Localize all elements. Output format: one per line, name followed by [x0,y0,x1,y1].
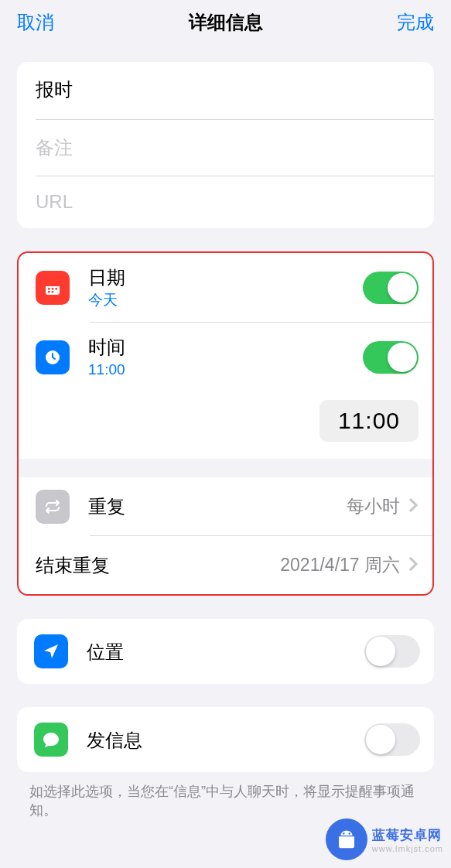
time-sub[interactable]: 11:00 [88,361,363,380]
messaging-label: 发信息 [87,728,364,752]
time-picker-row: 11:00 [19,392,432,459]
location-icon [34,634,68,668]
done-button[interactable]: 完成 [397,10,434,35]
chevron-right-icon [408,497,419,517]
time-toggle[interactable] [363,341,419,374]
repeat-row[interactable]: 重复 每小时 [19,477,432,536]
messaging-row: 发信息 [17,707,434,772]
svg-rect-6 [52,291,54,293]
location-row: 位置 [17,619,434,684]
url-field-row: URL [17,176,434,228]
svg-point-9 [348,832,350,835]
svg-rect-3 [52,288,54,290]
title-field-row: 报时 [17,62,434,119]
time-picker[interactable]: 11:00 [319,400,419,442]
svg-rect-2 [48,288,50,290]
cancel-button[interactable]: 取消 [17,10,54,35]
schedule-section: 日期 今天 时间 11:00 11:00 重复 每小时 结束重复 [17,251,434,596]
svg-rect-4 [56,288,58,290]
end-repeat-row[interactable]: 结束重复 2021/4/17 周六 [19,536,432,594]
watermark-name: 蓝莓安卓网 [372,826,443,844]
end-repeat-value: 2021/4/17 周六 [280,553,400,577]
messaging-toggle[interactable] [364,723,420,756]
svg-rect-1 [46,282,60,286]
header: 取消 详细信息 完成 [0,0,451,45]
chevron-right-icon [408,555,419,576]
messaging-section: 发信息 [17,707,434,772]
clock-icon [36,340,70,374]
fields-section: 报时 备注 URL [17,62,434,228]
location-toggle[interactable] [364,635,420,668]
date-sub[interactable]: 今天 [88,291,363,310]
date-toggle[interactable] [363,272,419,304]
svg-point-8 [343,832,345,835]
repeat-label: 重复 [88,494,347,518]
watermark: 蓝莓安卓网 www.lmkjst.com [326,818,443,860]
url-input[interactable]: URL [36,191,73,212]
watermark-url: www.lmkjst.com [372,844,443,853]
end-repeat-label: 结束重复 [36,553,280,577]
title-input[interactable]: 报时 [36,79,73,100]
location-label: 位置 [87,640,364,664]
time-row: 时间 11:00 [19,323,432,392]
notes-input[interactable]: 备注 [36,137,73,158]
section-gap [19,459,432,477]
svg-rect-5 [48,291,50,293]
repeat-value: 每小时 [347,494,400,518]
date-row: 日期 今天 [19,253,432,323]
watermark-logo [326,818,367,860]
calendar-icon [36,271,70,305]
notes-field-row: 备注 [17,120,434,176]
date-label: 日期 [88,265,363,289]
location-section: 位置 [17,619,434,684]
repeat-icon [36,490,70,524]
messaging-note: 如选择此选项，当您在“信息”中与人聊天时，将显示提醒事项通知。 [0,772,451,819]
page-title: 详细信息 [189,10,263,35]
message-icon [34,723,68,757]
time-label: 时间 [88,335,363,359]
